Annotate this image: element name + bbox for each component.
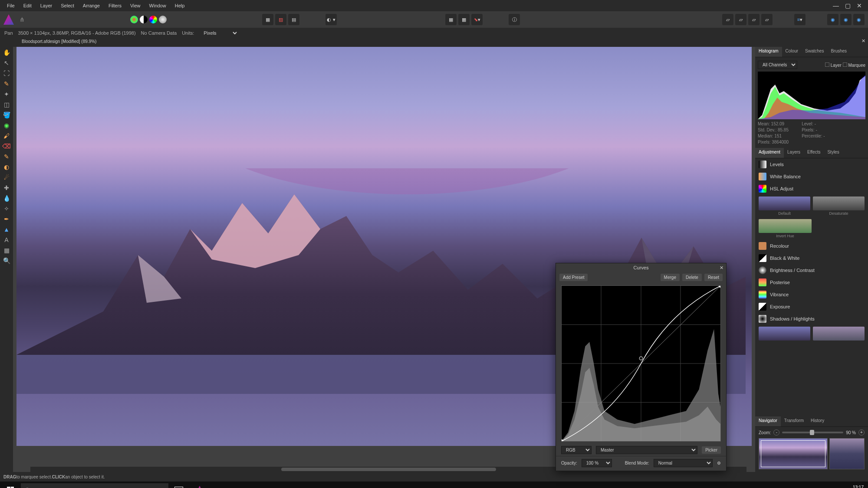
healing-tool-icon[interactable]: ✚	[3, 184, 10, 192]
opacity-select[interactable]: 100 %	[582, 459, 612, 467]
tab-colour[interactable]: Colour	[782, 47, 802, 57]
adjustment-vibrance[interactable]: Vibrance	[755, 288, 868, 301]
tab-styles[interactable]: Styles	[824, 148, 842, 158]
zoom-slider-handle[interactable]	[810, 430, 814, 435]
pixel-grid-button[interactable]: ▩	[458, 14, 470, 25]
histogram-channel-select[interactable]: All Channels	[758, 61, 797, 69]
tab-layers[interactable]: Layers	[784, 148, 804, 158]
flood-select-tool-icon[interactable]: ✦	[3, 90, 10, 98]
arrange-front-button[interactable]: ▱	[761, 14, 773, 25]
tab-effects[interactable]: Effects	[804, 148, 824, 158]
dodge-tool-icon[interactable]: ◐	[3, 163, 10, 171]
merge-button[interactable]: Merge	[661, 274, 680, 281]
hue-wheel-button[interactable]	[149, 16, 157, 23]
menu-file[interactable]: File	[3, 1, 19, 10]
tab-histogram[interactable]: Histogram	[755, 47, 782, 57]
navigator-thumbnail[interactable]	[759, 438, 828, 469]
tab-brushes[interactable]: Brushes	[827, 47, 850, 57]
menu-help[interactable]: Help	[171, 1, 189, 10]
zoom-in-button[interactable]: +	[858, 429, 865, 436]
preset-invert-hue[interactable]: Invert Hue	[759, 219, 812, 238]
clone-tool-icon[interactable]: ✎	[3, 153, 10, 160]
scrollbar-thumb[interactable]	[281, 468, 496, 471]
reset-button[interactable]: Reset	[704, 274, 723, 281]
adjustment-posterise[interactable]: Posterise	[755, 276, 868, 288]
zoom-slider[interactable]	[782, 432, 843, 433]
curves-close-icon[interactable]: ✕	[720, 265, 723, 271]
gradient-tool-icon[interactable]: ◉	[3, 121, 10, 129]
menu-edit[interactable]: Edit	[19, 1, 36, 10]
persona-photo-button[interactable]: ◉	[827, 14, 838, 25]
blend-mode-select[interactable]: Normal	[654, 459, 713, 467]
selection-new-button[interactable]: ▦	[262, 14, 273, 25]
curves-graph[interactable]	[561, 285, 721, 442]
persona-liquify-button[interactable]: ◉	[840, 14, 852, 25]
document-tab[interactable]: Bloodsport.afdesign [Modified] (89.9%)	[16, 38, 102, 47]
blur-tool-icon[interactable]: 💧	[3, 194, 10, 202]
adjustment-exposure[interactable]: Exposure	[755, 301, 868, 313]
gradient-button[interactable]	[159, 16, 167, 23]
grid-button[interactable]: ▦	[445, 14, 457, 25]
tab-adjustment[interactable]: Adjustment	[755, 148, 784, 158]
selection-brush-tool-icon[interactable]: ✎	[3, 80, 10, 88]
curves-channel-select[interactable]: Master	[596, 446, 697, 454]
adjustment-white-balance[interactable]: White Balance	[755, 170, 868, 183]
task-view-button[interactable]: ▭	[168, 481, 189, 488]
taskbar-search[interactable]: 🔍 Search the web and Windows	[21, 483, 168, 488]
zoom-tool-icon[interactable]: 🔍	[3, 257, 10, 265]
start-button[interactable]	[0, 481, 21, 488]
marquee-tool-icon[interactable]: ◫	[3, 101, 10, 108]
marquee-checkbox[interactable]: Marquee	[843, 63, 865, 68]
adjustment-hsl[interactable]: HSL Adjust	[755, 183, 868, 195]
menu-layer[interactable]: Layer	[36, 1, 57, 10]
pen-tool-icon[interactable]: ✒	[3, 215, 10, 223]
navigator-thumbnail-alt[interactable]	[829, 438, 865, 469]
crop-tool-icon[interactable]: ⛶	[3, 69, 10, 77]
tab-navigator[interactable]: Navigator	[755, 416, 781, 426]
menu-arrange[interactable]: Arrange	[79, 1, 104, 10]
preset-thumb-a[interactable]	[759, 327, 810, 341]
flood-fill-tool-icon[interactable]: 🪣	[3, 111, 10, 119]
arrange-backward-button[interactable]: ▱	[735, 14, 746, 25]
picker-button[interactable]: Picker	[702, 446, 721, 454]
move-tool-icon[interactable]: ↖	[3, 59, 10, 67]
delete-button[interactable]: Delete	[682, 274, 702, 281]
smudge-tool-icon[interactable]: ☄	[3, 174, 10, 181]
maximize-icon[interactable]: ▢	[845, 2, 851, 9]
curves-dialog-title-bar[interactable]: Curves ✕	[556, 263, 726, 272]
minimize-icon[interactable]: —	[833, 2, 839, 9]
adjustment-levels[interactable]: Levels	[755, 158, 868, 170]
arrange-forward-button[interactable]: ▱	[748, 14, 760, 25]
pan-tool-icon[interactable]: ✋	[3, 49, 10, 56]
menu-filters[interactable]: Filters	[104, 1, 126, 10]
erase-brush-tool-icon[interactable]: ⌫	[3, 142, 10, 150]
quick-mask-button[interactable]: ◐ ▾	[326, 14, 337, 25]
assistant-button[interactable]: ⓘ	[509, 14, 520, 25]
menu-view[interactable]: View	[126, 1, 145, 10]
document-tab-close-icon[interactable]: ✕	[861, 38, 868, 47]
adjustment-brightness[interactable]: Brightness / Contrast	[755, 264, 868, 276]
mesh-tool-icon[interactable]: ▦	[3, 246, 10, 254]
shape-tool-icon[interactable]: ▲	[3, 226, 10, 233]
preset-thumb-b[interactable]	[813, 327, 865, 341]
paint-brush-tool-icon[interactable]: 🖌	[3, 132, 10, 140]
adjustment-bw[interactable]: Black & White	[755, 252, 868, 264]
share-icon[interactable]: ⋔	[18, 16, 26, 23]
tray-clock[interactable]: 13:17 14/03/2016	[842, 485, 864, 488]
text-tool-icon[interactable]: A	[3, 236, 10, 244]
menu-window[interactable]: Window	[145, 1, 171, 10]
adjustment-recolour[interactable]: Recolour	[755, 240, 868, 252]
contrast-button[interactable]	[140, 16, 148, 23]
preset-default[interactable]: Default	[759, 197, 810, 216]
arrange-back-button[interactable]: ▱	[722, 14, 733, 25]
preset-desaturate[interactable]: Desaturate	[813, 197, 865, 216]
close-icon[interactable]: ✕	[857, 2, 862, 9]
tab-history[interactable]: History	[807, 416, 828, 426]
swatch-button[interactable]	[130, 16, 138, 23]
adjustment-shadows[interactable]: Shadows / Highlights	[755, 313, 868, 325]
curves-colorspace-select[interactable]: RGB	[561, 446, 592, 454]
tab-swatches[interactable]: Swatches	[802, 47, 827, 57]
tab-transform[interactable]: Transform	[781, 416, 807, 426]
selection-add-button[interactable]: ▨	[275, 14, 286, 25]
units-select[interactable]: Pixels	[199, 29, 238, 37]
